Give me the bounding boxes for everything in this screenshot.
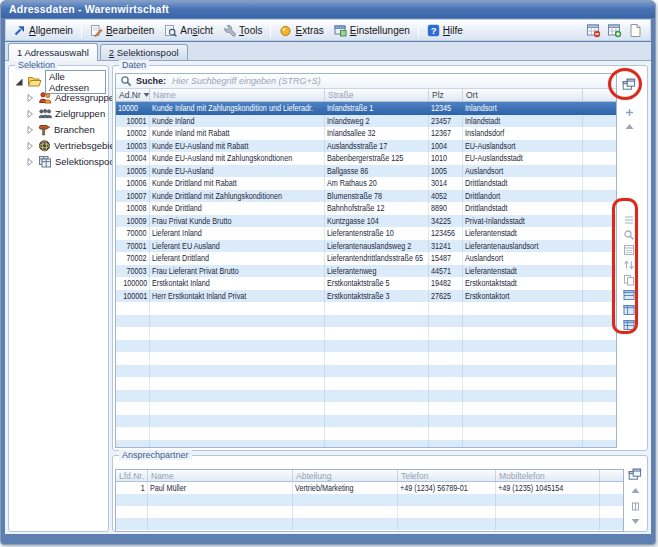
table-remove-button[interactable] [586,23,601,38]
empty-row[interactable] [116,494,623,506]
empty-row[interactable] [116,352,616,365]
menu-tools[interactable]: Tools [218,21,267,39]
menu-einstellungen[interactable]: Einstellungen [329,21,415,39]
column-header-plz[interactable]: Plz [429,89,463,101]
contact-scroll-down-button[interactable] [627,515,643,528]
table-view-a-button[interactable] [621,288,637,301]
cell: 19482 [429,277,463,290]
cell [583,315,616,328]
plus-button[interactable] [621,106,637,119]
table-view-b-button[interactable] [621,303,637,316]
menu-allgemein[interactable]: Allgemein [8,21,78,39]
address-row-10008[interactable]: 10008Kunde DrittlandBahnhofstraße 128890… [116,202,616,215]
tree-closed-icon[interactable] [25,93,35,103]
tree-closed-icon[interactable] [25,125,35,135]
empty-row[interactable] [116,327,616,340]
cell [496,506,600,518]
address-row-10005[interactable]: 10005Kunde EU-AuslandBallgasse 861005Aus… [116,165,616,178]
tree-node-zielgruppen[interactable]: Zielgruppen [25,107,106,120]
cell [583,140,616,153]
new-document-button[interactable] [628,23,642,38]
menu-hilfe[interactable]: ?Hilfe [422,21,468,39]
column-header-blank[interactable] [583,89,616,101]
tab-1-adressauswahl[interactable]: 1 Adressauswahl [8,43,98,61]
tree-closed-icon[interactable] [25,157,35,167]
tree-node-alle-adressen[interactable]: Alle Adressen [14,75,106,88]
column-header-ort[interactable]: Ort [463,89,583,101]
address-row-10009[interactable]: 10009Frau Privat Kunde BruttoKuntzgasse … [116,215,616,228]
tree-open-icon[interactable] [14,77,24,87]
form-button[interactable] [621,243,637,256]
column-header-ad-nr[interactable]: Ad.Nr [116,89,150,101]
contact-row-1[interactable]: 1Paul MüllerVertrieb/Marketing+49 (1234)… [116,482,623,494]
table-view-c-icon [623,319,635,331]
empty-row[interactable] [116,518,623,530]
column-header-name[interactable]: Name [150,89,325,101]
empty-row[interactable] [116,302,616,315]
tree-node-adressgruppen[interactable]: Adressgruppen [25,91,106,104]
cell: 12345 [429,102,463,115]
column-header-straße[interactable]: Straße [325,89,429,101]
address-row-10003[interactable]: 10003Kunde EU-Ausland mit RabattAuslands… [116,140,616,153]
empty-row[interactable] [116,506,623,518]
cell: Lieferantenauslandsort [463,240,583,253]
empty-row[interactable] [116,365,616,378]
magnifier-small-button[interactable] [621,228,637,241]
address-row-10006[interactable]: 10006Kunde Drittland mit RabattAm Rathau… [116,177,616,190]
empty-row[interactable] [116,315,616,328]
tree-closed-icon[interactable] [25,109,35,119]
contact-column-header-mobiltelefon[interactable]: Mobiltelefon [496,470,600,481]
tree-node-selektionspools[interactable]: Selektionspools [25,155,106,168]
address-row-100000[interactable]: 100000Erstkontakt InlandErstkontaktstraß… [116,277,616,290]
table-view-c-button[interactable] [621,318,637,331]
search-input[interactable] [170,75,612,87]
tree-closed-icon[interactable] [25,141,35,151]
contact-column-header-lfd-nr[interactable]: Lfd.Nr. [116,470,148,481]
cell [150,427,325,440]
contact-column-header-name[interactable]: Name [148,470,293,481]
empty-row[interactable] [116,402,616,415]
address-row-70000[interactable]: 70000Lieferant InlandLieferantenstraße 1… [116,227,616,240]
address-row-10004[interactable]: 10004Kunde EU-Ausland mit Zahlungskondti… [116,152,616,165]
address-row-70002[interactable]: 70002Lieferant DrittlandLieferantendritt… [116,252,616,265]
address-row-10007[interactable]: 10007Kunde Drittland mit Zahlungskonditi… [116,190,616,203]
empty-row[interactable] [116,390,616,403]
column-chooser-button[interactable] [621,78,637,91]
address-row-10001[interactable]: 10001Kunde InlandInlandsweg 223457Inland… [116,115,616,128]
contact-column-chooser-button[interactable] [627,468,643,481]
address-row-10002[interactable]: 10002Kunde Inland mit RabattInlandsallee… [116,127,616,140]
grid-view-toolbar [621,213,637,331]
sort-arrows-button[interactable] [621,258,637,271]
minus-button[interactable] [621,92,637,105]
address-row-70003[interactable]: 70003Frau Lieferant Privat BruttoLiefera… [116,265,616,278]
tree-node-vertriebsgebiete[interactable]: Vertriebsgebiete [25,139,106,152]
contact-scroll-up-button[interactable] [627,484,643,497]
contact-column-header-blank[interactable] [600,470,623,481]
scroll-up-button[interactable] [621,120,637,133]
contact-column-header-abteilung[interactable]: Abteilung [293,470,398,481]
empty-row[interactable] [116,415,616,428]
address-row-10000[interactable]: 10000Kunde Inland mit Zahlungskondition … [116,102,616,115]
menu-bearbeiten[interactable]: Bearbeiten [85,21,159,39]
tree-node-branchen[interactable]: Branchen [25,123,106,136]
menu-ansicht[interactable]: Ansicht [159,21,218,39]
copy-small-button[interactable] [621,273,637,286]
contact-column-header-telefon[interactable]: Telefon [398,470,496,481]
table-remove-icon [586,23,601,38]
cell [583,190,616,203]
empty-row[interactable] [116,440,616,448]
address-row-70001[interactable]: 70001Lieferant EU AuslandLieferantenausl… [116,240,616,253]
empty-row[interactable] [116,340,616,353]
tab-2-selektionspool[interactable]: 2 Selektionspool [100,44,188,60]
menu-extras[interactable]: Extras [274,21,328,39]
empty-row[interactable] [116,427,616,440]
empty-row[interactable] [116,377,616,390]
address-row-100001[interactable]: 100001Herr Erstkontakt Inland PrivatErst… [116,290,616,303]
cell: 10006 [116,177,150,190]
cell: Lieferant EU Ausland [150,240,325,253]
cell: Babenbergerstraße 125 [325,152,429,165]
list-lines-button[interactable] [621,213,637,226]
cell: Lieferantendrittlandsstraße 65 [325,252,429,265]
contact-details-button[interactable] [627,500,643,513]
table-add-button[interactable] [607,23,622,38]
